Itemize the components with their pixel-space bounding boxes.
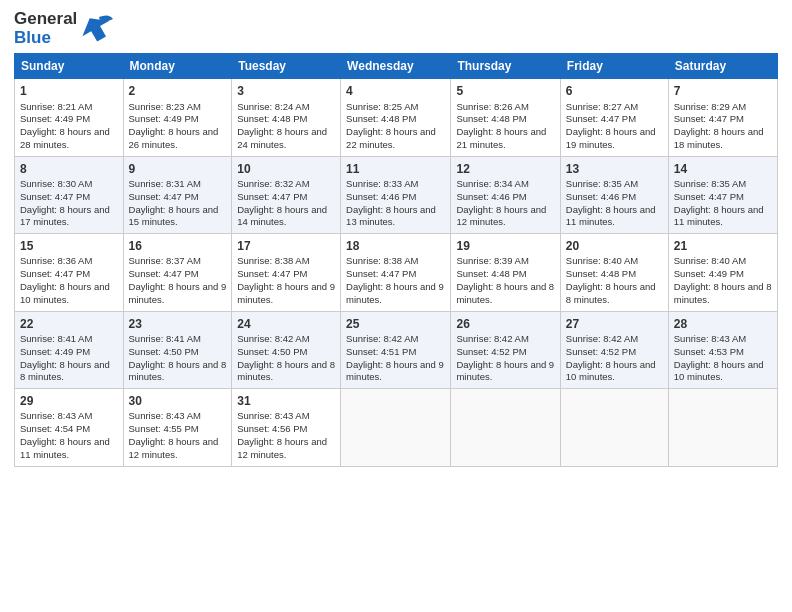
calendar-cell: 29Sunrise: 8:43 AMSunset: 4:54 PMDayligh… — [15, 389, 124, 466]
day-number: 3 — [237, 83, 335, 99]
calendar-cell: 16Sunrise: 8:37 AMSunset: 4:47 PMDayligh… — [123, 234, 232, 311]
calendar-cell: 23Sunrise: 8:41 AMSunset: 4:50 PMDayligh… — [123, 311, 232, 388]
calendar-cell: 28Sunrise: 8:43 AMSunset: 4:53 PMDayligh… — [668, 311, 777, 388]
day-number: 25 — [346, 316, 445, 332]
calendar-week-1: 1Sunrise: 8:21 AMSunset: 4:49 PMDaylight… — [15, 79, 778, 156]
day-number: 28 — [674, 316, 772, 332]
day-info: Sunrise: 8:39 AMSunset: 4:48 PMDaylight:… — [456, 255, 554, 306]
day-info: Sunrise: 8:24 AMSunset: 4:48 PMDaylight:… — [237, 101, 335, 152]
day-number: 12 — [456, 161, 554, 177]
day-info: Sunrise: 8:26 AMSunset: 4:48 PMDaylight:… — [456, 101, 554, 152]
calendar-cell: 10Sunrise: 8:32 AMSunset: 4:47 PMDayligh… — [232, 156, 341, 233]
day-number: 7 — [674, 83, 772, 99]
header: General Blue — [14, 10, 778, 47]
day-number: 20 — [566, 238, 663, 254]
logo-bird-icon — [79, 11, 115, 47]
day-number: 5 — [456, 83, 554, 99]
day-number: 14 — [674, 161, 772, 177]
day-info: Sunrise: 8:25 AMSunset: 4:48 PMDaylight:… — [346, 101, 445, 152]
day-info: Sunrise: 8:41 AMSunset: 4:50 PMDaylight:… — [129, 333, 227, 384]
day-info: Sunrise: 8:42 AMSunset: 4:52 PMDaylight:… — [456, 333, 554, 384]
calendar-week-4: 22Sunrise: 8:41 AMSunset: 4:49 PMDayligh… — [15, 311, 778, 388]
day-number: 30 — [129, 393, 227, 409]
calendar-cell — [341, 389, 451, 466]
calendar-cell: 7Sunrise: 8:29 AMSunset: 4:47 PMDaylight… — [668, 79, 777, 156]
day-info: Sunrise: 8:40 AMSunset: 4:48 PMDaylight:… — [566, 255, 663, 306]
day-info: Sunrise: 8:21 AMSunset: 4:49 PMDaylight:… — [20, 101, 118, 152]
day-info: Sunrise: 8:32 AMSunset: 4:47 PMDaylight:… — [237, 178, 335, 229]
calendar-week-2: 8Sunrise: 8:30 AMSunset: 4:47 PMDaylight… — [15, 156, 778, 233]
calendar-cell: 5Sunrise: 8:26 AMSunset: 4:48 PMDaylight… — [451, 79, 560, 156]
calendar-cell: 30Sunrise: 8:43 AMSunset: 4:55 PMDayligh… — [123, 389, 232, 466]
day-number: 16 — [129, 238, 227, 254]
day-number: 13 — [566, 161, 663, 177]
day-number: 31 — [237, 393, 335, 409]
calendar-body: 1Sunrise: 8:21 AMSunset: 4:49 PMDaylight… — [15, 79, 778, 466]
calendar-cell: 12Sunrise: 8:34 AMSunset: 4:46 PMDayligh… — [451, 156, 560, 233]
calendar-cell — [668, 389, 777, 466]
calendar-week-5: 29Sunrise: 8:43 AMSunset: 4:54 PMDayligh… — [15, 389, 778, 466]
calendar-cell — [560, 389, 668, 466]
page-container: General Blue SundayMondayTuesdayWednesda… — [0, 0, 792, 475]
calendar-cell: 25Sunrise: 8:42 AMSunset: 4:51 PMDayligh… — [341, 311, 451, 388]
day-info: Sunrise: 8:42 AMSunset: 4:52 PMDaylight:… — [566, 333, 663, 384]
calendar-cell — [451, 389, 560, 466]
calendar-cell: 13Sunrise: 8:35 AMSunset: 4:46 PMDayligh… — [560, 156, 668, 233]
day-info: Sunrise: 8:36 AMSunset: 4:47 PMDaylight:… — [20, 255, 118, 306]
calendar-cell: 20Sunrise: 8:40 AMSunset: 4:48 PMDayligh… — [560, 234, 668, 311]
calendar-cell: 17Sunrise: 8:38 AMSunset: 4:47 PMDayligh… — [232, 234, 341, 311]
day-number: 2 — [129, 83, 227, 99]
calendar-cell: 27Sunrise: 8:42 AMSunset: 4:52 PMDayligh… — [560, 311, 668, 388]
calendar-cell: 19Sunrise: 8:39 AMSunset: 4:48 PMDayligh… — [451, 234, 560, 311]
day-info: Sunrise: 8:43 AMSunset: 4:54 PMDaylight:… — [20, 410, 118, 461]
day-info: Sunrise: 8:31 AMSunset: 4:47 PMDaylight:… — [129, 178, 227, 229]
calendar-week-3: 15Sunrise: 8:36 AMSunset: 4:47 PMDayligh… — [15, 234, 778, 311]
day-number: 15 — [20, 238, 118, 254]
day-number: 8 — [20, 161, 118, 177]
day-number: 27 — [566, 316, 663, 332]
day-info: Sunrise: 8:43 AMSunset: 4:56 PMDaylight:… — [237, 410, 335, 461]
calendar-cell: 6Sunrise: 8:27 AMSunset: 4:47 PMDaylight… — [560, 79, 668, 156]
calendar-header-sunday: Sunday — [15, 54, 124, 79]
calendar-cell: 4Sunrise: 8:25 AMSunset: 4:48 PMDaylight… — [341, 79, 451, 156]
day-number: 19 — [456, 238, 554, 254]
day-number: 24 — [237, 316, 335, 332]
calendar-header-monday: Monday — [123, 54, 232, 79]
calendar-header-friday: Friday — [560, 54, 668, 79]
day-info: Sunrise: 8:27 AMSunset: 4:47 PMDaylight:… — [566, 101, 663, 152]
day-info: Sunrise: 8:42 AMSunset: 4:50 PMDaylight:… — [237, 333, 335, 384]
day-number: 6 — [566, 83, 663, 99]
day-number: 9 — [129, 161, 227, 177]
calendar-cell: 26Sunrise: 8:42 AMSunset: 4:52 PMDayligh… — [451, 311, 560, 388]
day-number: 1 — [20, 83, 118, 99]
logo-general: General — [14, 10, 77, 29]
day-info: Sunrise: 8:43 AMSunset: 4:53 PMDaylight:… — [674, 333, 772, 384]
day-info: Sunrise: 8:34 AMSunset: 4:46 PMDaylight:… — [456, 178, 554, 229]
calendar-cell: 9Sunrise: 8:31 AMSunset: 4:47 PMDaylight… — [123, 156, 232, 233]
calendar-header-wednesday: Wednesday — [341, 54, 451, 79]
calendar-cell: 1Sunrise: 8:21 AMSunset: 4:49 PMDaylight… — [15, 79, 124, 156]
calendar-header-saturday: Saturday — [668, 54, 777, 79]
calendar-cell: 18Sunrise: 8:38 AMSunset: 4:47 PMDayligh… — [341, 234, 451, 311]
day-info: Sunrise: 8:33 AMSunset: 4:46 PMDaylight:… — [346, 178, 445, 229]
day-info: Sunrise: 8:43 AMSunset: 4:55 PMDaylight:… — [129, 410, 227, 461]
calendar-header-row: SundayMondayTuesdayWednesdayThursdayFrid… — [15, 54, 778, 79]
calendar-cell: 3Sunrise: 8:24 AMSunset: 4:48 PMDaylight… — [232, 79, 341, 156]
day-number: 26 — [456, 316, 554, 332]
calendar-cell: 11Sunrise: 8:33 AMSunset: 4:46 PMDayligh… — [341, 156, 451, 233]
calendar-cell: 14Sunrise: 8:35 AMSunset: 4:47 PMDayligh… — [668, 156, 777, 233]
calendar-table: SundayMondayTuesdayWednesdayThursdayFrid… — [14, 53, 778, 466]
calendar-cell: 22Sunrise: 8:41 AMSunset: 4:49 PMDayligh… — [15, 311, 124, 388]
calendar-cell: 15Sunrise: 8:36 AMSunset: 4:47 PMDayligh… — [15, 234, 124, 311]
day-number: 10 — [237, 161, 335, 177]
calendar-header-tuesday: Tuesday — [232, 54, 341, 79]
day-info: Sunrise: 8:38 AMSunset: 4:47 PMDaylight:… — [237, 255, 335, 306]
logo: General Blue — [14, 10, 115, 47]
day-number: 22 — [20, 316, 118, 332]
day-number: 11 — [346, 161, 445, 177]
calendar-cell: 2Sunrise: 8:23 AMSunset: 4:49 PMDaylight… — [123, 79, 232, 156]
day-info: Sunrise: 8:37 AMSunset: 4:47 PMDaylight:… — [129, 255, 227, 306]
day-number: 18 — [346, 238, 445, 254]
day-info: Sunrise: 8:30 AMSunset: 4:47 PMDaylight:… — [20, 178, 118, 229]
day-number: 21 — [674, 238, 772, 254]
